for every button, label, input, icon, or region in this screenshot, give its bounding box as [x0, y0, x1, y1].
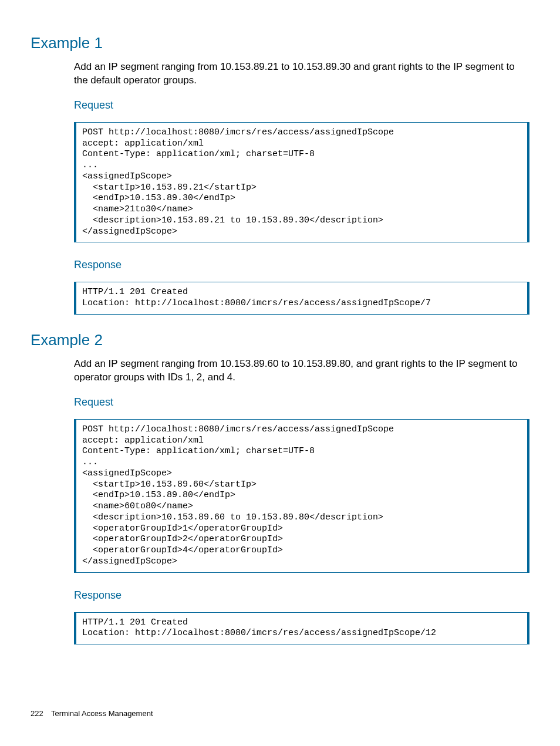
example-1-response-label: Response — [74, 259, 529, 271]
page-footer: 222 Terminal Access Management — [31, 709, 153, 718]
example-2-request-code: POST http://localhost:8080/imcrs/res/acc… — [74, 419, 529, 573]
example-1-request-code: POST http://localhost:8080/imcrs/res/acc… — [74, 122, 529, 243]
page-number: 222 — [31, 709, 43, 718]
example-1-description: Add an IP segment ranging from 10.153.89… — [74, 60, 529, 87]
heading-example-1: Example 1 — [31, 34, 529, 52]
example-2-description: Add an IP segment ranging from 10.153.89… — [74, 357, 529, 384]
example-1-request-label: Request — [74, 99, 529, 112]
footer-section-title: Terminal Access Management — [51, 709, 153, 718]
example-2-response-code: HTTP/1.1 201 Created Location: http://lo… — [74, 612, 529, 645]
example-1-response-code: HTTP/1.1 201 Created Location: http://lo… — [74, 282, 529, 315]
example-2-response-label: Response — [74, 589, 529, 602]
example-2-request-label: Request — [74, 396, 529, 409]
heading-example-2: Example 2 — [31, 331, 529, 349]
